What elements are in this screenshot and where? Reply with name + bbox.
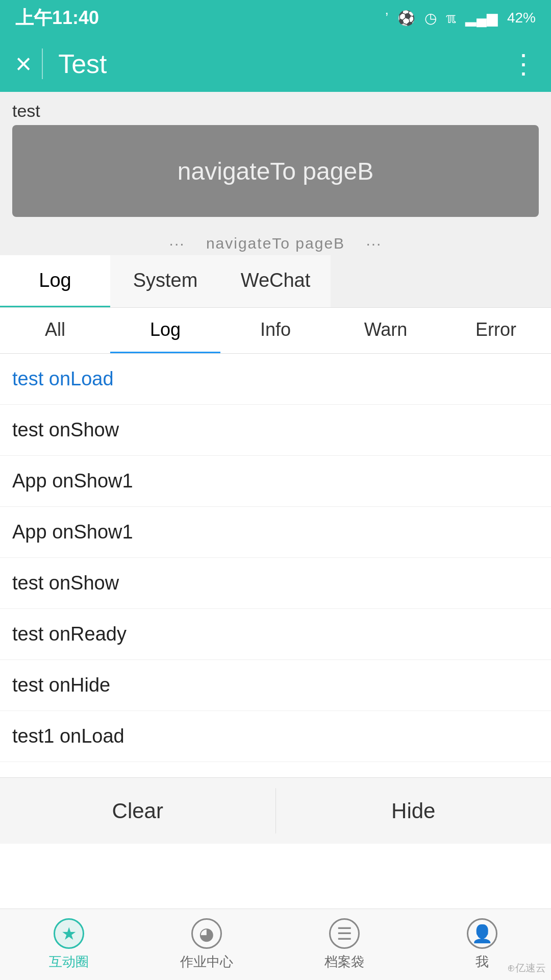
log-item: App onShow1	[0, 456, 551, 507]
nav-files[interactable]: ☰ 档案袋	[276, 918, 413, 971]
bottom-actions: Clear Hide	[0, 777, 551, 844]
log-item: test onHide	[0, 660, 551, 711]
clear-button[interactable]: Clear	[0, 778, 276, 844]
log-item: App onShow1	[0, 507, 551, 558]
status-icons: ’ ⚽ ◷ ℼ ▂▄▆ 42%	[385, 10, 536, 27]
app-bar: × Test ⋮	[0, 36, 551, 92]
battery-icon: 42%	[507, 10, 536, 26]
tab-empty-area	[331, 255, 551, 307]
log-item: test onReady	[0, 609, 551, 660]
more-options-button[interactable]: ⋮	[510, 48, 536, 79]
log-item: test1 onShow	[0, 762, 551, 777]
tab-info[interactable]: Info	[220, 308, 331, 353]
bluetooth-icon: ’	[385, 10, 388, 26]
nav-homework[interactable]: ◕ 作业中心	[138, 918, 276, 971]
tab-warn[interactable]: Warn	[331, 308, 441, 353]
app-bar-title: Test	[58, 48, 510, 79]
homework-icon: ◕	[191, 918, 222, 949]
log-item: test onLoad	[0, 354, 551, 405]
me-icon: 👤	[467, 918, 497, 949]
nav-interactive-label: 互动圈	[49, 953, 89, 971]
close-button[interactable]: ×	[15, 47, 32, 80]
tab-error[interactable]: Error	[441, 308, 551, 353]
log-item: test onShow	[0, 405, 551, 456]
tab-wechat[interactable]: WeChat	[220, 255, 331, 307]
nav-me-label: 我	[475, 953, 489, 971]
mute-icon: ⚽	[397, 10, 415, 27]
preview-box: navigateTo pageB	[12, 125, 539, 217]
tab-log-filter[interactable]: Log	[110, 308, 220, 353]
tabs-secondary: All Log Info Warn Error	[0, 308, 551, 354]
interactive-icon: ★	[54, 918, 84, 949]
status-bar: 上午11:40 ’ ⚽ ◷ ℼ ▂▄▆ 42%	[0, 0, 551, 36]
preview-box-text: navigateTo pageB	[178, 157, 373, 185]
tab-all[interactable]: All	[0, 308, 110, 353]
tab-system[interactable]: System	[110, 255, 220, 307]
tabs-primary: Log System WeChat	[0, 255, 551, 308]
tab-log[interactable]: Log	[0, 255, 110, 307]
preview-area: test navigateTo pageB ··· navigateTo pag…	[0, 92, 551, 255]
log-item: test onShow	[0, 558, 551, 609]
wifi-icon: ℼ	[446, 10, 456, 27]
watermark: ⊕亿速云	[507, 961, 546, 975]
alarm-icon: ◷	[424, 10, 437, 27]
status-time: 上午11:40	[15, 6, 99, 31]
nav-interactive[interactable]: ★ 互动圈	[0, 918, 138, 971]
log-item: test1 onLoad	[0, 711, 551, 762]
nav-files-label: 档案袋	[324, 953, 364, 971]
preview-hint: ··· navigateTo pageB ···	[0, 235, 551, 255]
app-bar-divider	[42, 48, 43, 79]
preview-input-value: test	[12, 101, 539, 121]
hide-button[interactable]: Hide	[276, 778, 552, 844]
bottom-nav: ★ 互动圈 ◕ 作业中心 ☰ 档案袋 👤 我	[0, 909, 551, 980]
nav-homework-label: 作业中心	[180, 953, 233, 971]
log-list: test onLoadtest onShowApp onShow1App onS…	[0, 354, 551, 777]
signal-icon: ▂▄▆	[465, 10, 498, 27]
files-icon: ☰	[329, 918, 360, 949]
